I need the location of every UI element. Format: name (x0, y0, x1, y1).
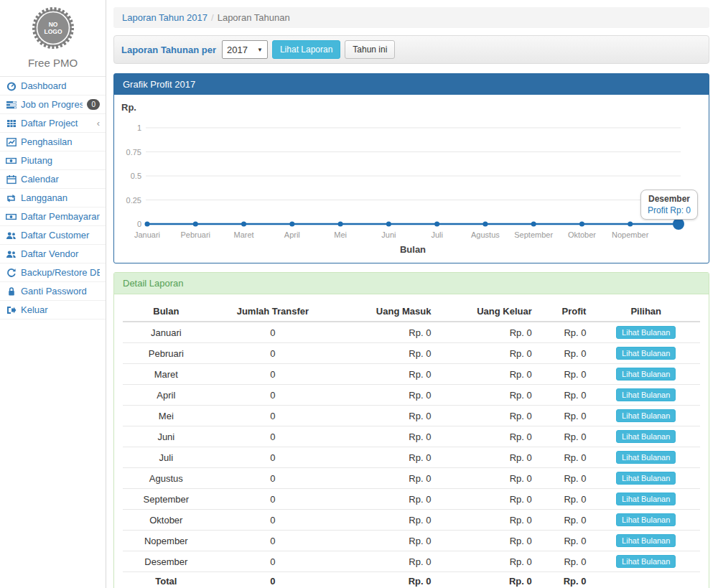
lihat-bulanan-button[interactable]: Lihat Bulanan (616, 534, 676, 547)
svg-text:Oktober: Oktober (568, 230, 596, 239)
table-row: Maret0Rp. 0Rp. 0Rp. 0Lihat Bulanan (123, 364, 700, 385)
sidebar-item-job-on-progress[interactable]: Job on Progress0 (0, 95, 106, 114)
lihat-bulanan-button[interactable]: Lihat Bulanan (616, 368, 676, 381)
logo-text-line1: NO (48, 21, 57, 28)
chart-point-januari[interactable] (145, 222, 150, 227)
sidebar-item-penghasilan[interactable]: Penghasilan (0, 133, 106, 151)
sidebar-item-daftar-pembayaran[interactable]: Daftar Pembayaran (0, 207, 106, 226)
cell-pilihan: Lihat Bulanan (592, 531, 700, 551)
sidebar-item-daftar-customer[interactable]: Daftar Customer (0, 226, 106, 245)
column-header-profit: Profit (538, 302, 592, 322)
cell-keluar: Rp. 0 (437, 447, 537, 468)
cell-profit: Rp. 0 (538, 447, 592, 468)
svg-text:Juli: Juli (431, 230, 443, 239)
filter-label: Laporan Tahunan per (121, 45, 216, 55)
sidebar-item-backup-restore-db[interactable]: Backup/Restore DB (0, 263, 106, 282)
lihat-bulanan-button[interactable]: Lihat Bulanan (616, 472, 676, 485)
lihat-bulanan-button[interactable]: Lihat Bulanan (616, 430, 676, 443)
chart-y-axis-title: Rp. (121, 102, 136, 113)
svg-text:0.75: 0.75 (126, 148, 141, 157)
tahun-ini-button[interactable]: Tahun ini (345, 40, 395, 59)
svg-text:Juni: Juni (381, 230, 396, 239)
chart-point-april[interactable] (289, 222, 294, 227)
lihat-bulanan-button[interactable]: Lihat Bulanan (616, 326, 676, 339)
total-cell (592, 572, 700, 588)
total-cell: Rp. 0 (437, 572, 537, 588)
sidebar-item-piutang[interactable]: Piutang (0, 151, 106, 170)
sidebar-item-daftar-vendor[interactable]: Daftar Vendor (0, 245, 106, 263)
lihat-bulanan-button[interactable]: Lihat Bulanan (616, 388, 676, 401)
sidebar-item-dashboard[interactable]: Dashboard (0, 77, 106, 95)
sidebar-item-daftar-project[interactable]: Daftar Project‹ (0, 114, 106, 133)
lihat-bulanan-button[interactable]: Lihat Bulanan (616, 347, 676, 360)
lihat-bulanan-button[interactable]: Lihat Bulanan (616, 555, 676, 568)
sidebar-item-label: Daftar Customer (21, 230, 100, 241)
report-table-body: Januari0Rp. 0Rp. 0Rp. 0Lihat BulananPebr… (123, 322, 700, 588)
chart-point-maret[interactable] (241, 222, 246, 227)
year-select-value: 2017 (227, 45, 248, 55)
sidebar-item-langganan[interactable]: Langganan (0, 189, 106, 207)
cell-pilihan: Lihat Bulanan (592, 510, 700, 531)
cell-jumlah: 0 (210, 406, 336, 426)
table-row: Pebruari0Rp. 0Rp. 0Rp. 0Lihat Bulanan (123, 343, 700, 364)
sidebar-item-calendar[interactable]: Calendar (0, 170, 106, 189)
chart-point-mei[interactable] (338, 222, 343, 227)
detail-laporan-panel: Detail Laporan BulanJumlah TransferUang … (113, 272, 709, 588)
count-badge: 0 (87, 99, 100, 110)
cell-jumlah: 0 (210, 510, 336, 531)
cell-profit: Rp. 0 (538, 406, 592, 426)
svg-text:April: April (284, 230, 300, 239)
table-row: Nopember0Rp. 0Rp. 0Rp. 0Lihat Bulanan (123, 531, 700, 551)
cell-keluar: Rp. 0 (437, 426, 537, 447)
sidebar-item-keluar[interactable]: Keluar (0, 301, 106, 319)
table-row: Mei0Rp. 0Rp. 0Rp. 0Lihat Bulanan (123, 406, 700, 426)
chart-point-juni[interactable] (386, 222, 391, 227)
cell-profit: Rp. 0 (538, 531, 592, 551)
lihat-bulanan-button[interactable]: Lihat Bulanan (616, 493, 676, 505)
column-header-uang-masuk: Uang Masuk (336, 302, 437, 322)
chart-point-pebruari[interactable] (193, 222, 198, 227)
chart-body: Rp.00.250.50.751JanuariPebruariMaretApri… (114, 95, 709, 263)
chart-point-agustus[interactable] (482, 222, 488, 227)
lihat-bulanan-button[interactable]: Lihat Bulanan (616, 513, 676, 526)
chart-point-nopember[interactable] (628, 222, 633, 227)
cell-bulan: Mei (123, 406, 210, 426)
refresh-icon (6, 268, 17, 278)
lihat-bulanan-button[interactable]: Lihat Bulanan (616, 451, 676, 464)
profit-chart-panel: Grafik Profit 2017 Rp.00.250.50.751Janua… (113, 73, 709, 263)
sidebar-item-label: Langganan (21, 192, 100, 203)
cell-masuk: Rp. 0 (336, 510, 437, 531)
year-filter-form: Laporan Tahunan per 2017 ▼ Lihat Laporan… (113, 35, 709, 64)
money-icon (6, 212, 17, 222)
chart-point-oktober[interactable] (579, 222, 584, 227)
cell-jumlah: 0 (210, 364, 336, 385)
breadcrumb-link-laporan-tahun[interactable]: Laporan Tahun 2017 (122, 12, 208, 23)
total-cell: Rp. 0 (538, 572, 592, 588)
tasks-icon (6, 100, 17, 110)
cell-masuk: Rp. 0 (336, 322, 437, 343)
lihat-bulanan-button[interactable]: Lihat Bulanan (616, 409, 676, 422)
cell-pilihan: Lihat Bulanan (592, 406, 700, 426)
tooltip-title: Desember (648, 194, 691, 204)
profit-chart: Rp.00.250.50.751JanuariPebruariMaretApri… (114, 99, 708, 260)
chart-point-desember[interactable] (673, 218, 684, 230)
year-select[interactable]: 2017 ▼ (222, 40, 268, 59)
cell-bulan: September (123, 489, 210, 510)
lihat-laporan-button[interactable]: Lihat Laporan (272, 40, 340, 59)
chart-point-juli[interactable] (434, 222, 439, 227)
cell-bulan: Oktober (123, 510, 210, 531)
cell-profit: Rp. 0 (538, 364, 592, 385)
lock-icon (6, 286, 17, 297)
chart-point-september[interactable] (531, 222, 536, 227)
cell-keluar: Rp. 0 (437, 406, 537, 426)
svg-text:Pebruari: Pebruari (180, 230, 210, 239)
tooltip-value: Profit Rp: 0 (648, 205, 691, 215)
cell-masuk: Rp. 0 (336, 489, 437, 510)
cell-jumlah: 0 (210, 322, 336, 343)
cell-jumlah: 0 (210, 447, 336, 468)
sidebar-item-label: Daftar Pembayaran (21, 211, 100, 222)
breadcrumb-active: Laporan Tahunan (218, 12, 290, 23)
cell-masuk: Rp. 0 (336, 406, 437, 426)
report-table: BulanJumlah TransferUang MasukUang Kelua… (123, 302, 700, 588)
sidebar-item-ganti-password[interactable]: Ganti Password (0, 282, 106, 301)
